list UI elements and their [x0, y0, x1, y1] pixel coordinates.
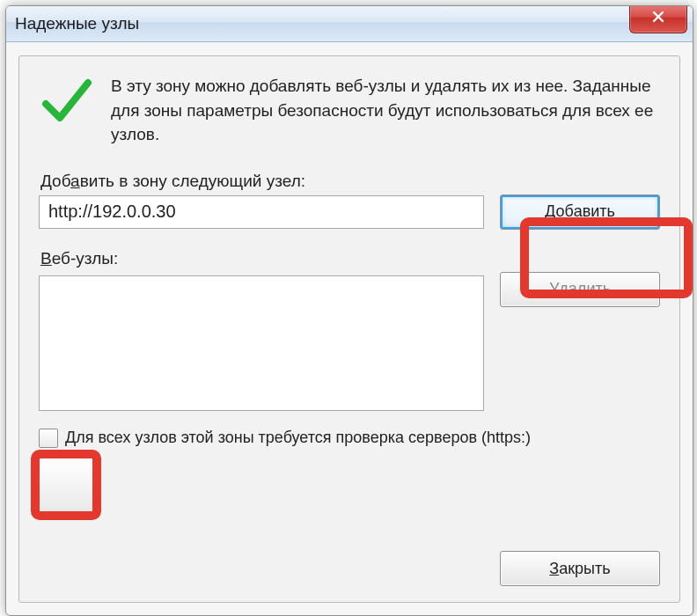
window-title: Надежные узлы — [15, 14, 139, 33]
https-checkbox-row: Для всех узлов этой зоны требуется прове… — [39, 429, 660, 448]
add-button[interactable]: Добавить — [500, 194, 660, 230]
close-button[interactable]: Закрыть — [500, 551, 660, 586]
add-site-row: Добавить — [39, 194, 660, 230]
dialog-window: Надежные узлы В эту зону можно добавлять… — [5, 5, 693, 616]
dialog-body: В эту зону можно добавлять веб-узлы и уд… — [18, 55, 680, 603]
websites-row: Удалить — [39, 272, 660, 411]
close-icon — [651, 10, 665, 28]
add-site-label: Добавить в зону следующий узел: — [40, 172, 660, 191]
websites-listbox[interactable] — [39, 275, 484, 411]
add-site-input[interactable] — [39, 195, 484, 229]
intro-row: В эту зону можно добавлять веб-узлы и уд… — [39, 74, 660, 147]
window-close-button[interactable] — [629, 5, 687, 33]
websites-label: Веб-узлы: — [40, 249, 660, 268]
https-checkbox[interactable] — [39, 429, 58, 448]
remove-button[interactable]: Удалить — [500, 272, 660, 307]
checkmark-icon — [39, 74, 95, 135]
intro-text: В эту зону можно добавлять веб-узлы и уд… — [111, 74, 657, 147]
title-bar: Надежные узлы — [6, 6, 693, 42]
dialog-footer: Закрыть — [500, 551, 660, 586]
https-checkbox-label: Для всех узлов этой зоны требуется прове… — [65, 429, 531, 447]
